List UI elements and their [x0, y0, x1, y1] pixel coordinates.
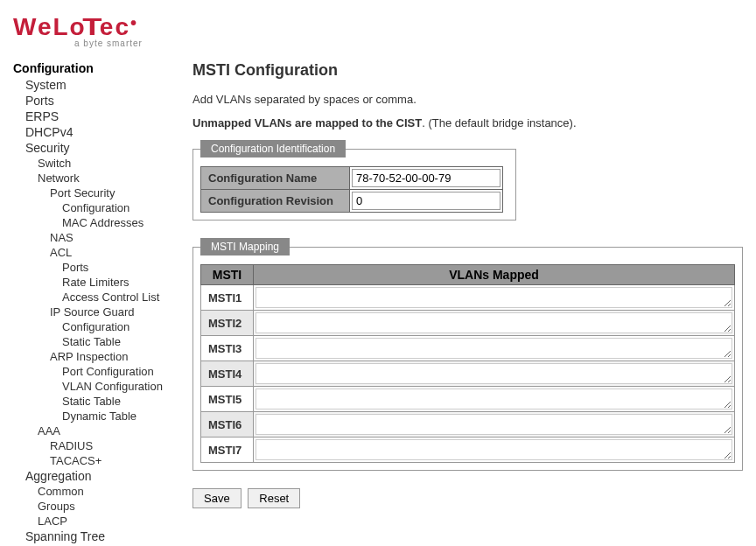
vlan-cell [254, 361, 735, 387]
msti-col-header: MSTI [201, 265, 254, 285]
vlans-mapped-input[interactable] [256, 312, 732, 333]
nav-item[interactable]: Access Control List [13, 290, 179, 304]
nav-item[interactable]: Dynamic Table [13, 409, 179, 424]
nav-item[interactable]: Groups [13, 499, 179, 514]
save-button[interactable]: Save [192, 488, 242, 508]
vlan-cell [254, 412, 735, 438]
msti-mapping-legend: MSTI Mapping [200, 238, 290, 256]
msti-label: MSTI5 [201, 387, 254, 412]
nav-item[interactable]: DHCPv4 [13, 124, 179, 140]
msti-label: MSTI1 [201, 285, 254, 311]
nav-item[interactable]: Switch [13, 156, 179, 171]
nav-item[interactable]: TACACS+ [13, 453, 179, 468]
msti-row: MSTI5 [201, 387, 735, 412]
config-rev-input[interactable] [352, 192, 500, 210]
msti-mapping-fieldset: MSTI Mapping MSTI VLANs Mapped MSTI1MSTI… [192, 238, 743, 471]
nav-item[interactable]: Rate Limiters [13, 275, 179, 290]
desc-bold: Unmapped VLANs are mapped to the CIST [192, 116, 422, 130]
msti-row: MSTI4 [201, 361, 735, 387]
nav-item[interactable]: System [13, 77, 179, 93]
logo-block: WeLoTec• a byte smarter [0, 0, 756, 52]
msti-label: MSTI3 [201, 336, 254, 361]
vlans-mapped-input[interactable] [256, 414, 732, 435]
main-content: MSTI Configuration Add VLANs separated b… [179, 61, 743, 546]
nav-item[interactable]: IP Source Guard [13, 304, 179, 319]
desc-line-2: Unmapped VLANs are mapped to the CIST. (… [192, 116, 743, 130]
msti-row: MSTI7 [201, 438, 735, 463]
desc-line-1: Add VLANs separated by spaces or comma. [192, 93, 743, 106]
config-id-table: Configuration Name Configuration Revisio… [200, 166, 503, 213]
nav-item[interactable]: ACL [13, 245, 179, 260]
nav-item[interactable]: Static Table [13, 334, 179, 349]
vlans-col-header: VLANs Mapped [254, 265, 735, 285]
msti-label: MSTI2 [201, 311, 254, 336]
nav-item[interactable]: Port Security [13, 186, 179, 200]
msti-row: MSTI3 [201, 336, 735, 361]
nav-item[interactable]: ARP Inspection [13, 349, 179, 364]
nav-item[interactable]: Security [13, 140, 179, 156]
nav-item[interactable]: Static Table [13, 394, 179, 409]
nav-item[interactable]: Aggregation [13, 468, 179, 484]
vlans-mapped-input[interactable] [256, 338, 732, 359]
brand-tagline: a byte smarter [74, 38, 756, 48]
config-rev-label: Configuration Revision [201, 190, 350, 213]
nav-item[interactable]: Port Configuration [13, 364, 179, 379]
vlan-cell [254, 336, 735, 361]
nav-item[interactable]: Configuration [13, 319, 179, 334]
vlans-mapped-input[interactable] [256, 287, 732, 308]
nav-item[interactable]: Ports [13, 93, 179, 108]
vlans-mapped-input[interactable] [256, 363, 732, 384]
vlans-mapped-input[interactable] [256, 439, 732, 460]
desc-rest: . (The default bridge instance). [422, 116, 576, 130]
brand-logo: WeLoTec• [13, 13, 756, 41]
config-id-fieldset: Configuration Identification Configurati… [192, 140, 516, 220]
page-title: MSTI Configuration [192, 61, 743, 80]
msti-label: MSTI7 [201, 438, 254, 463]
config-name-label: Configuration Name [201, 167, 350, 190]
nav-item[interactable]: NAS [13, 230, 179, 245]
nav-section-title: Configuration [13, 61, 179, 75]
nav-item[interactable]: MAC Addresses [13, 215, 179, 230]
sidebar: Configuration SystemPortsERPSDHCPv4Secur… [13, 61, 179, 546]
nav-item[interactable]: ERPS [13, 108, 179, 124]
vlan-cell [254, 311, 735, 336]
vlan-cell [254, 438, 735, 463]
msti-row: MSTI1 [201, 285, 735, 311]
nav-item[interactable]: Spanning Tree [13, 528, 179, 544]
nav-item[interactable]: LACP [13, 514, 179, 528]
config-name-input[interactable] [352, 169, 500, 187]
msti-label: MSTI6 [201, 412, 254, 438]
config-id-legend: Configuration Identification [200, 140, 346, 158]
msti-row: MSTI6 [201, 412, 735, 438]
nav-item[interactable]: AAA [13, 424, 179, 438]
nav-item[interactable]: Common [13, 484, 179, 499]
nav-item[interactable]: Configuration [13, 200, 179, 215]
msti-table: MSTI VLANs Mapped MSTI1MSTI2MSTI3MSTI4MS… [200, 264, 735, 463]
vlan-cell [254, 387, 735, 412]
msti-row: MSTI2 [201, 311, 735, 336]
vlans-mapped-input[interactable] [256, 388, 732, 410]
nav-item[interactable]: Network [13, 171, 179, 186]
msti-label: MSTI4 [201, 361, 254, 387]
nav-item[interactable]: VLAN Configuration [13, 379, 179, 394]
reset-button[interactable]: Reset [248, 488, 300, 508]
vlan-cell [254, 285, 735, 311]
nav-item[interactable]: Ports [13, 260, 179, 275]
nav-item[interactable]: RADIUS [13, 438, 179, 453]
button-row: Save Reset [192, 488, 743, 508]
